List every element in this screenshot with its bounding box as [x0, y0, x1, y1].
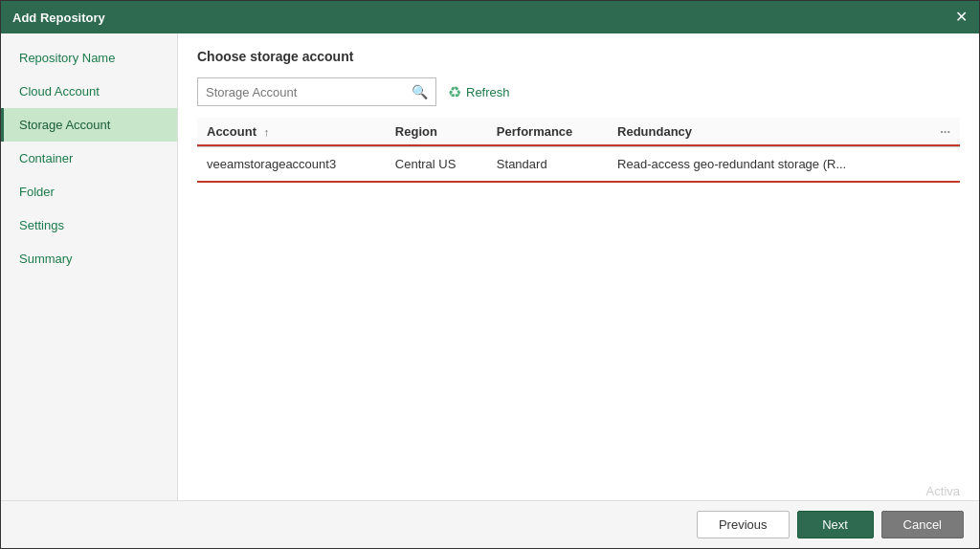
refresh-button[interactable]: ♻ Refresh	[448, 83, 510, 101]
previous-button[interactable]: Previous	[697, 511, 790, 538]
refresh-icon: ♻	[448, 83, 461, 101]
column-header-performance[interactable]: Performance	[487, 118, 608, 146]
add-repository-dialog: Add Repository ✕ Repository Name Cloud A…	[0, 0, 980, 549]
title-bar: Add Repository ✕	[1, 1, 979, 33]
close-button[interactable]: ✕	[955, 10, 968, 25]
table-header-row: Account ↑ Region Performance Redundancy	[197, 118, 960, 146]
cell-performance: Standard	[487, 146, 608, 181]
sort-arrow-account: ↑	[264, 126, 270, 138]
column-header-more: ···	[923, 118, 960, 146]
sidebar-item-storage-account[interactable]: Storage Account	[1, 108, 177, 142]
storage-account-table: Account ↑ Region Performance Redundancy	[197, 118, 960, 181]
cell-redundancy: Read-access geo-redundant storage (R...	[608, 146, 923, 181]
table-area: Account ↑ Region Performance Redundancy	[197, 118, 960, 485]
cell-account: veeamstorageaccount3	[197, 146, 386, 181]
footer: Activa Previous Next Cancel	[1, 500, 979, 548]
sidebar: Repository Name Cloud Account Storage Ac…	[1, 33, 178, 500]
column-header-redundancy[interactable]: Redundancy	[608, 118, 923, 146]
sidebar-item-settings[interactable]: Settings	[1, 209, 177, 242]
sidebar-item-summary[interactable]: Summary	[1, 242, 177, 275]
search-input[interactable]	[206, 85, 412, 99]
main-content: Choose storage account 🔍 ♻ Refresh	[178, 33, 979, 500]
cell-region: Central US	[386, 146, 487, 181]
dialog-title: Add Repository	[12, 11, 105, 25]
section-title: Choose storage account	[197, 49, 960, 64]
cell-more	[923, 146, 960, 181]
watermark: Activa	[926, 484, 960, 498]
column-header-region[interactable]: Region	[386, 118, 487, 146]
sidebar-item-container[interactable]: Container	[1, 142, 177, 175]
column-header-account[interactable]: Account ↑	[197, 118, 386, 146]
search-icon: 🔍	[412, 84, 428, 99]
toolbar: 🔍 ♻ Refresh	[197, 77, 960, 106]
cancel-button[interactable]: Cancel	[881, 511, 964, 538]
sidebar-item-folder[interactable]: Folder	[1, 175, 177, 209]
table-row[interactable]: veeamstorageaccount3 Central US Standard…	[197, 146, 960, 181]
sidebar-item-repository-name[interactable]: Repository Name	[1, 41, 177, 75]
next-button[interactable]: Next	[797, 511, 874, 538]
search-box: 🔍	[197, 77, 436, 106]
sidebar-item-cloud-account[interactable]: Cloud Account	[1, 75, 177, 108]
dialog-body: Repository Name Cloud Account Storage Ac…	[1, 33, 979, 500]
